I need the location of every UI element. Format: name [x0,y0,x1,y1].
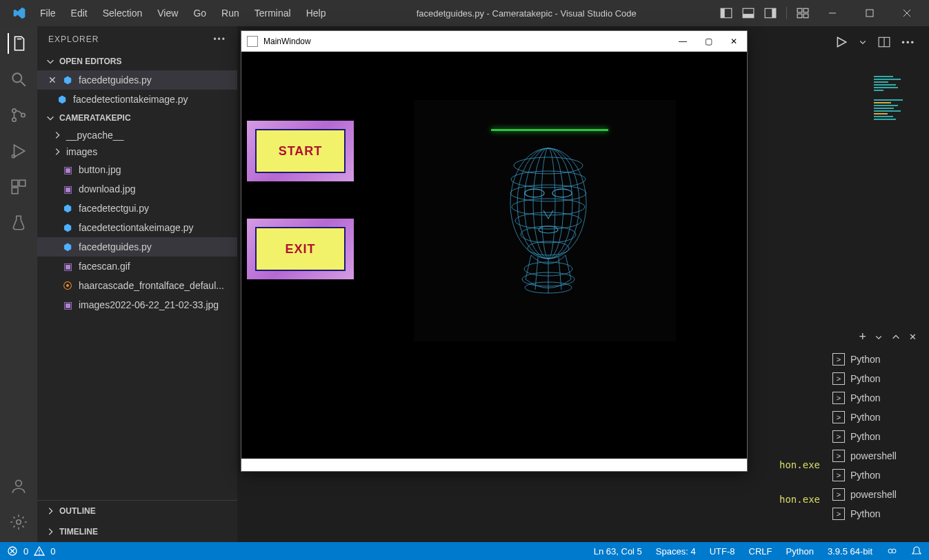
status-python-version[interactable]: 3.9.5 64-bit [828,546,872,557]
window-close-button[interactable] [893,3,921,23]
customize-layout-icon[interactable] [797,7,809,19]
bell-icon[interactable] [911,546,922,557]
error-icon[interactable] [7,546,18,557]
terminal-list-item[interactable]: >Python [830,388,925,408]
terminal-text: hon.exe [779,494,820,505]
mw-maximize-button[interactable]: ▢ [705,37,712,46]
editor-more-icon[interactable]: ••• [901,37,915,48]
mw-minimize-button[interactable]: — [679,37,687,46]
new-terminal-icon[interactable]: + [859,330,866,344]
file-item[interactable]: ⬢facedetectgui.py [37,199,237,218]
activity-run-debug[interactable] [8,141,29,161]
svg-point-19 [12,154,14,157]
menu-view[interactable]: View [150,3,185,23]
menu-file[interactable]: File [33,3,63,23]
chevron-down-icon[interactable] [875,333,883,341]
timeline-section[interactable]: TIMELINE [37,521,237,542]
chevron-right-icon [46,527,55,537]
timeline-label: TIMELINE [59,527,98,537]
warning-count[interactable]: 0 [50,546,55,557]
mainwindow-title: MainWindow [263,37,311,46]
chevron-down-icon[interactable] [859,38,867,46]
terminal-list-item[interactable]: >Python [830,504,925,523]
file-item[interactable]: ▣images2022-06-22_21-02-33.jpg [37,295,237,314]
project-header[interactable]: CAMERATAKEPIC [37,109,237,127]
file-item[interactable]: ▣download.jpg [37,179,237,199]
start-button[interactable]: START [247,121,354,181]
status-spaces[interactable]: Spaces: 4 [656,546,696,557]
file-item[interactable]: ⬢facedetguides.py [37,237,237,257]
file-item[interactable]: ⦿haarcascade_frontalface_defaul... [37,276,237,295]
terminal-list-item[interactable]: >Python [830,408,925,427]
open-editor-item[interactable]: ✕ ⬢ facedetguides.py [37,70,237,90]
menu-run[interactable]: Run [214,3,246,23]
activity-explorer[interactable] [8,33,28,54]
terminal-list-item[interactable]: >Python [830,466,925,485]
svg-point-38 [541,148,555,259]
layout-panel-right-icon[interactable] [764,7,777,19]
svg-rect-22 [12,188,18,194]
layout-panel-left-icon[interactable] [720,7,732,19]
outline-section[interactable]: OUTLINE [37,501,237,521]
terminal-list-item[interactable]: >Python [830,427,925,446]
close-panel-icon[interactable]: ✕ [909,332,917,342]
split-editor-icon[interactable] [878,36,890,48]
run-icon[interactable] [835,36,848,48]
file-item[interactable]: ⬢facedetectiontakeimage.py [37,218,237,237]
terminal-icon: > [832,469,845,481]
activity-search[interactable] [8,69,29,90]
terminal-list-item[interactable]: >Python [830,369,925,388]
svg-rect-11 [866,10,873,17]
activity-extensions[interactable] [8,177,29,197]
svg-rect-5 [772,8,776,18]
python-file-icon: ⬢ [57,94,68,105]
file-label: download.jpg [79,183,136,194]
rss-file-icon: ⦿ [62,280,73,291]
svg-rect-1 [721,8,725,18]
activity-source-control[interactable] [8,105,29,126]
file-item[interactable]: ▣button.jpg [37,160,237,179]
terminal-icon: > [832,353,845,366]
menu-bar: File Edit Selection View Go Run Terminal… [33,3,332,23]
file-item[interactable]: ▣facescan.gif [37,257,237,276]
window-maximize-button[interactable] [856,3,883,23]
activity-accounts[interactable] [8,476,29,497]
explorer-more-icon[interactable]: ••• [213,34,226,44]
exit-button[interactable]: EXIT [247,219,354,279]
menu-help[interactable]: Help [299,3,333,23]
folder-item[interactable]: images [37,143,237,160]
mainwindow-titlebar[interactable]: MainWindow — ▢ ✕ [241,31,747,52]
menu-go[interactable]: Go [186,3,213,23]
open-editor-item[interactable]: ⬢ facedetectiontakeimage.py [37,90,237,109]
status-eol[interactable]: CRLF [749,546,772,557]
terminal-label: Python [850,392,881,403]
minimap[interactable] [874,74,922,247]
warning-icon[interactable] [34,546,45,557]
file-label: images2022-06-22_21-02-33.jpg [79,299,219,310]
terminal-list-item[interactable]: >powershell [830,485,925,504]
separator [786,7,787,19]
mw-close-button[interactable]: ✕ [730,37,737,46]
feedback-icon[interactable] [886,546,897,557]
terminal-list-item[interactable]: >powershell [830,446,925,466]
status-lncol[interactable]: Ln 63, Col 5 [594,546,642,557]
terminal-label: Python [850,354,881,365]
window-minimize-button[interactable] [819,3,846,23]
status-encoding[interactable]: UTF-8 [710,546,735,557]
menu-selection[interactable]: Selection [96,3,150,23]
chevron-up-icon[interactable] [891,332,901,342]
activity-testing[interactable] [8,212,29,233]
status-language[interactable]: Python [786,546,813,557]
close-icon[interactable]: ✕ [48,74,57,86]
activity-settings[interactable] [8,512,29,532]
svg-rect-6 [797,8,802,12]
error-count[interactable]: 0 [23,546,28,557]
open-editors-header[interactable]: OPEN EDITORS [37,52,237,70]
menu-terminal[interactable]: Terminal [248,3,298,23]
chevron-right-icon [52,147,62,157]
layout-panel-bottom-icon[interactable] [742,7,755,19]
mainwindow-bottom-border [241,459,747,471]
folder-item[interactable]: __pycache__ [37,127,237,143]
menu-edit[interactable]: Edit [64,3,94,23]
terminal-list-item[interactable]: >Python [830,350,925,369]
